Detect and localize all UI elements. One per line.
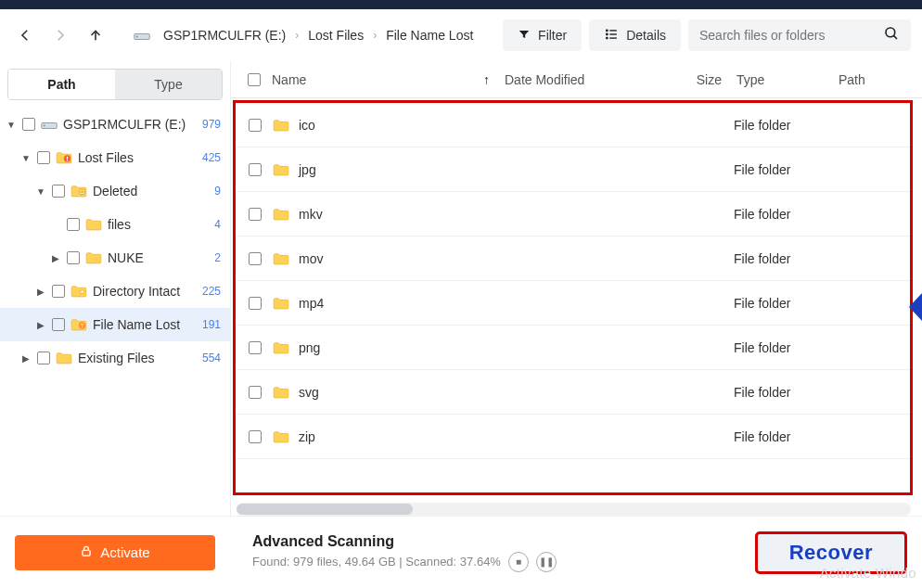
table-row[interactable]: mp4File folder bbox=[236, 281, 910, 326]
drive-icon bbox=[134, 30, 150, 41]
details-label: Details bbox=[626, 28, 666, 43]
scan-found: 979 files, 49.64 GB bbox=[293, 555, 396, 569]
col-date[interactable]: Date Modified bbox=[505, 72, 662, 87]
tree-item[interactable]: ▶NUKE2 bbox=[0, 241, 230, 275]
tree-caret-icon[interactable]: ▶ bbox=[35, 287, 46, 297]
folder-icon bbox=[273, 119, 289, 132]
folder-icon bbox=[273, 386, 289, 399]
tree-item[interactable]: ▼GSP1RMCULFR (E:)979 bbox=[0, 108, 230, 141]
tab-type[interactable]: Type bbox=[115, 70, 222, 99]
row-name: mkv bbox=[299, 207, 323, 222]
nav-up-button[interactable] bbox=[82, 21, 109, 49]
tree-caret-icon[interactable]: ▶ bbox=[35, 320, 46, 330]
tree-checkbox[interactable] bbox=[37, 352, 50, 364]
tab-path[interactable]: Path bbox=[8, 70, 115, 99]
recover-button[interactable]: Recover bbox=[755, 531, 907, 574]
tree-item[interactable]: ▶Directory Intact225 bbox=[0, 275, 230, 308]
col-name[interactable]: Name ↑ bbox=[272, 72, 505, 87]
tree-checkbox[interactable] bbox=[67, 218, 80, 231]
col-size[interactable]: Size bbox=[662, 72, 736, 87]
row-checkbox[interactable] bbox=[249, 341, 262, 354]
table-row[interactable]: zipFile folder bbox=[236, 415, 910, 459]
tree-item-count: 9 bbox=[195, 185, 221, 198]
row-checkbox[interactable] bbox=[249, 119, 262, 132]
nav-back-button[interactable] bbox=[11, 21, 39, 49]
nav-forward-button[interactable] bbox=[46, 21, 74, 49]
tree-item-label: GSP1RMCULFR (E:) bbox=[63, 117, 186, 132]
horizontal-scrollbar[interactable] bbox=[237, 503, 911, 516]
tree-checkbox[interactable] bbox=[22, 118, 35, 131]
scan-sep: | bbox=[396, 555, 406, 569]
tree-item-label: File Name Lost bbox=[93, 317, 180, 332]
row-checkbox[interactable] bbox=[249, 163, 262, 176]
content: Name ↑ Date Modified Size Type Path icoF… bbox=[230, 61, 922, 516]
activate-button[interactable]: Activate bbox=[15, 535, 215, 570]
breadcrumb-mid[interactable]: Lost Files bbox=[308, 28, 364, 43]
tree-caret-icon[interactable]: ▼ bbox=[20, 153, 32, 163]
tree-checkbox[interactable] bbox=[52, 185, 65, 198]
tree-caret-icon[interactable]: ▼ bbox=[6, 120, 17, 130]
table-body: icoFile folderjpgFile foldermkvFile fold… bbox=[233, 100, 913, 495]
row-name: mp4 bbox=[299, 296, 324, 311]
row-checkbox[interactable] bbox=[249, 386, 262, 399]
tree: ▼GSP1RMCULFR (E:)979▼Lost Files425▼Delet… bbox=[0, 108, 230, 516]
tree-caret-icon[interactable]: ▼ bbox=[35, 186, 46, 197]
sidebar-tabs: Path Type bbox=[7, 69, 223, 100]
table-row[interactable]: pngFile folder bbox=[236, 326, 910, 370]
tree-item[interactable]: ▼Deleted9 bbox=[0, 174, 230, 208]
tree-item[interactable]: ▼Lost Files425 bbox=[0, 141, 230, 174]
tree-item[interactable]: ▶?File Name Lost191 bbox=[0, 308, 230, 341]
titlebar bbox=[0, 0, 922, 9]
row-checkbox[interactable] bbox=[249, 252, 262, 265]
table-row[interactable]: icoFile folder bbox=[236, 103, 910, 147]
breadcrumb-leaf[interactable]: File Name Lost bbox=[386, 28, 473, 43]
search-box[interactable] bbox=[688, 19, 911, 51]
tree-item-count: 225 bbox=[195, 285, 221, 298]
scan-subtitle: Found: 979 files, 49.64 GB | Scanned: 37… bbox=[252, 552, 557, 572]
row-checkbox[interactable] bbox=[249, 297, 262, 310]
tree-item-label: Existing Files bbox=[78, 351, 154, 365]
tree-checkbox[interactable] bbox=[37, 151, 50, 164]
breadcrumb: GSP1RMCULFR (E:) › Lost Files › File Nam… bbox=[134, 28, 495, 43]
svg-line-9 bbox=[893, 35, 897, 39]
sort-asc-icon[interactable]: ↑ bbox=[483, 72, 490, 87]
tree-item-label: Lost Files bbox=[78, 150, 134, 165]
row-type: File folder bbox=[734, 429, 836, 444]
row-type: File folder bbox=[734, 251, 836, 266]
table-row[interactable]: movFile folder bbox=[236, 236, 910, 281]
pause-scan-button[interactable]: ❚❚ bbox=[536, 552, 557, 572]
scan-found-prefix: Found: bbox=[252, 555, 293, 569]
details-button[interactable]: Details bbox=[589, 19, 681, 51]
row-checkbox[interactable] bbox=[249, 208, 262, 221]
svg-point-2 bbox=[607, 30, 608, 31]
search-input[interactable] bbox=[699, 28, 883, 43]
search-icon bbox=[883, 25, 900, 45]
chevron-right-icon: › bbox=[295, 29, 299, 42]
table-row[interactable]: mkvFile folder bbox=[236, 192, 910, 236]
footer: Activate Advanced Scanning Found: 979 fi… bbox=[0, 516, 922, 588]
tree-caret-icon[interactable]: ▶ bbox=[20, 353, 32, 364]
table-row[interactable]: jpgFile folder bbox=[236, 147, 910, 192]
row-name: png bbox=[299, 340, 320, 355]
svg-rect-21 bbox=[83, 550, 90, 556]
tree-caret-icon[interactable]: ▶ bbox=[50, 253, 61, 263]
filter-icon bbox=[518, 28, 531, 44]
filter-button[interactable]: Filter bbox=[503, 19, 582, 51]
breadcrumb-drive[interactable]: GSP1RMCULFR (E:) bbox=[163, 28, 286, 43]
row-checkbox[interactable] bbox=[249, 430, 262, 443]
sidebar: Path Type ▼GSP1RMCULFR (E:)979▼Lost File… bbox=[0, 61, 230, 516]
stop-scan-button[interactable]: ■ bbox=[508, 552, 529, 572]
col-path[interactable]: Path bbox=[839, 72, 922, 87]
tree-item[interactable]: files4 bbox=[0, 208, 230, 241]
tree-checkbox[interactable] bbox=[52, 318, 65, 331]
scan-scanned-prefix: Scanned: bbox=[405, 555, 460, 569]
select-all-checkbox[interactable] bbox=[248, 73, 261, 86]
table-row[interactable]: svgFile folder bbox=[236, 370, 910, 415]
scrollbar-thumb[interactable] bbox=[237, 504, 413, 515]
tree-checkbox[interactable] bbox=[52, 285, 65, 298]
col-type[interactable]: Type bbox=[736, 72, 839, 87]
tree-item-label: Deleted bbox=[93, 184, 137, 198]
tree-item[interactable]: ▶Existing Files554 bbox=[0, 341, 230, 375]
tree-checkbox[interactable] bbox=[67, 251, 80, 264]
drive-icon bbox=[41, 118, 58, 131]
